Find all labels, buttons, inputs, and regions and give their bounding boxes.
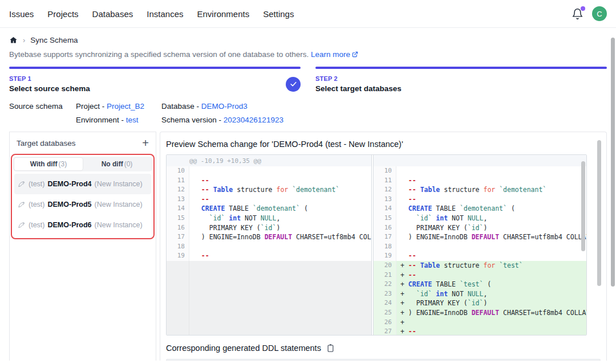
diff-hunk-header: @@ -10,19 +10,35 @@ — [167, 155, 371, 166]
add-target-database-button[interactable]: + — [142, 137, 149, 149]
database-row-demo-prod4[interactable]: (test)DEMO-Prod4(New Instance) — [14, 174, 151, 194]
step-1-tag: STEP 1 — [9, 75, 90, 82]
diff-pane-old: @@ -10,19 +10,35 @@10 11 --12 -- Table s… — [167, 155, 372, 335]
copy-icon[interactable] — [326, 343, 335, 353]
nav-item-databases[interactable]: Databases — [92, 9, 133, 19]
mysql-icon — [18, 222, 26, 229]
field-database: Database - DEMO-Prod3 — [161, 102, 283, 111]
home-icon[interactable] — [9, 36, 18, 44]
source-schema-summary: Source schema Project - Project_B2 Datab… — [9, 102, 607, 124]
ddl-title: Corresponding generated DDL statements — [166, 343, 321, 353]
diff-line: 19 -- — [167, 251, 371, 261]
step-2[interactable]: STEP 2 Select target databases — [315, 67, 607, 93]
database-name: DEMO-Prod5 — [47, 201, 91, 208]
diff-line: 13 -- — [167, 195, 371, 205]
database-suffix: (New Instance) — [95, 180, 143, 188]
step-2-tag: STEP 2 — [315, 75, 402, 82]
mysql-icon — [18, 181, 26, 188]
diff-tabs: With diff(3) No diff(0) — [13, 157, 152, 171]
target-databases-panel: Target databases + With diff(3) No diff(… — [9, 132, 156, 361]
notification-dot — [581, 6, 585, 11]
nav-item-instances[interactable]: Instances — [147, 9, 183, 19]
step-2-bar — [315, 67, 607, 69]
tab-with-diff[interactable]: With diff(3) — [14, 158, 83, 170]
diff-line: 10 — [167, 166, 371, 176]
intro-sentence: Bytebase supports synchronizing a specif… — [9, 50, 309, 59]
nav-item-projects[interactable]: Projects — [47, 9, 78, 19]
database-env: (test) — [29, 221, 44, 229]
step-complete-check-icon — [286, 77, 301, 92]
diff-line: 20+ -- Table structure for `test` — [374, 261, 586, 271]
database-suffix: (New Instance) — [95, 221, 143, 229]
preview-panel-scrollbar[interactable] — [597, 140, 601, 286]
database-name: DEMO-Prod6 — [47, 221, 91, 229]
diff-line: 23+ `id` int NOT NULL, — [374, 289, 586, 299]
field-project-name: Project - — [76, 102, 107, 111]
highlight-red-box: With diff(3) No diff(0) (test)DEMO-Prod4… — [11, 154, 155, 239]
schema-version-link[interactable]: 20230426121923 — [224, 116, 283, 124]
field-environment-name: Environment - — [76, 116, 126, 124]
diff-line: 11 -- — [374, 176, 586, 186]
schema-diff-viewer[interactable]: @@ -10,19 +10,35 @@10 11 --12 -- Table s… — [166, 154, 587, 336]
nav-item-settings[interactable]: Settings — [263, 9, 294, 19]
step-1[interactable]: STEP 1 Select source schema — [9, 67, 301, 93]
diff-line: 13 -- — [374, 195, 586, 205]
ddl-statements-block — [166, 359, 601, 361]
external-link-icon — [352, 51, 358, 59]
database-env: (test) — [29, 201, 44, 208]
diff-line: 15 `id` int NOT NULL, — [167, 214, 371, 223]
diff-line: 17 ) ENGINE=InnoDB DEFAULT CHARSET=utf8m… — [167, 232, 371, 242]
source-schema-label: Source schema — [9, 102, 76, 124]
diff-line: 16 PRIMARY KEY (`id`) — [374, 223, 586, 233]
tab-with-diff-count: (3) — [59, 160, 67, 168]
nav-items: IssuesProjectsDatabasesInstancesEnvironm… — [9, 9, 294, 19]
step-2-label: Select target databases — [315, 84, 402, 93]
notifications-bell-icon[interactable] — [572, 8, 583, 20]
field-schema-version: Schema version - 20230426121923 — [161, 116, 283, 124]
database-env: (test) — [29, 180, 44, 188]
intro-text: Bytebase supports synchronizing a specif… — [9, 50, 607, 59]
page-scrollbar[interactable] — [611, 38, 615, 287]
diff-line: 26+ — [374, 318, 586, 328]
field-project: Project - Project_B2 — [76, 102, 161, 111]
diff-line: 19 -- — [374, 251, 586, 261]
database-link[interactable]: DEMO-Prod3 — [201, 102, 248, 111]
database-row-demo-prod6[interactable]: (test)DEMO-Prod6(New Instance) — [14, 215, 151, 235]
diff-line: 11 -- — [167, 176, 371, 186]
nav-item-environments[interactable]: Environments — [197, 9, 249, 19]
tab-no-diff-count: (0) — [124, 160, 133, 168]
step-1-label: Select source schema — [9, 84, 90, 93]
environment-link[interactable]: test — [126, 116, 139, 124]
database-name: DEMO-Prod4 — [47, 180, 91, 188]
target-database-list: (test)DEMO-Prod4(New Instance)(test)DEMO… — [13, 171, 152, 236]
diff-line: 18 — [167, 242, 371, 252]
top-nav: IssuesProjectsDatabasesInstancesEnvironm… — [0, 0, 616, 28]
step-indicator: STEP 1 Select source schema STEP 2 Selec… — [9, 67, 607, 93]
preview-title: Preview Schema change for 'DEMO-Prod4 (t… — [166, 140, 601, 149]
field-database-name: Database - — [161, 102, 201, 111]
project-link[interactable]: Project_B2 — [107, 102, 144, 111]
diff-line: 27+ -- — [374, 327, 586, 335]
diff-empty-filler — [167, 261, 371, 335]
tab-no-diff[interactable]: No diff(0) — [83, 158, 151, 170]
avatar[interactable]: C — [592, 6, 607, 21]
mysql-icon — [18, 201, 26, 208]
breadcrumb: › Sync Schema — [9, 36, 607, 44]
diff-pane-new: 10 11 --12 -- Table structure for `demot… — [373, 155, 586, 335]
diff-hunk-header — [374, 155, 586, 166]
diff-line: 22+ CREATE TABLE `test` ( — [374, 280, 586, 289]
diff-line: 12 -- Table structure for `demotenant` — [374, 185, 586, 195]
diff-line: 24+ PRIMARY KEY (`id`) — [374, 298, 586, 308]
field-environment: Environment - test — [76, 116, 161, 124]
diff-line: 21+ -- — [374, 271, 586, 280]
database-row-demo-prod5[interactable]: (test)DEMO-Prod5(New Instance) — [14, 194, 151, 215]
chevron-right-icon: › — [23, 36, 25, 44]
diff-line: 14 CREATE TABLE `demotenant` ( — [167, 204, 371, 214]
diff-line: 18 — [374, 242, 586, 252]
diff-line: 14 CREATE TABLE `demotenant` ( — [374, 204, 586, 214]
learn-more-link[interactable]: Learn more — [311, 50, 350, 59]
nav-item-issues[interactable]: Issues — [9, 9, 34, 19]
database-suffix: (New Instance) — [95, 201, 143, 208]
step-1-bar — [9, 67, 301, 69]
diff-pane-scrollbar[interactable] — [581, 161, 585, 251]
